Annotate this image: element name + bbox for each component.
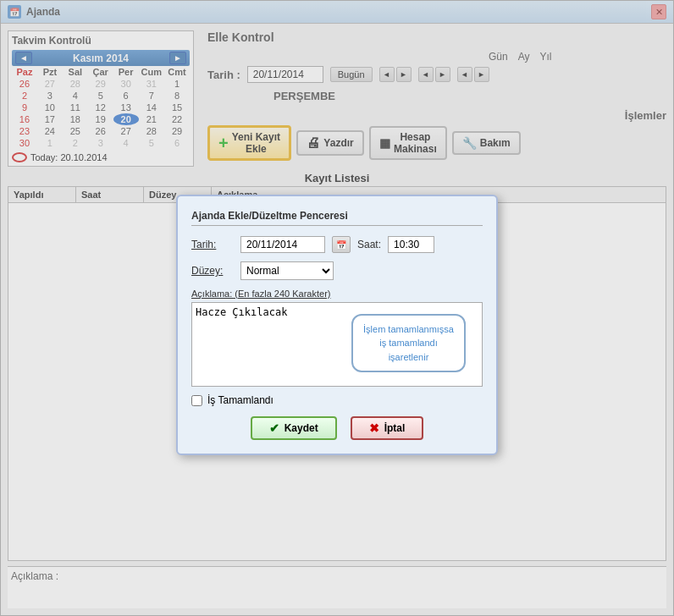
modal-saat-label: Saat: (357, 239, 381, 250)
modal-duzey-label: Düzey: (191, 265, 234, 277)
check-icon: ✔ (269, 421, 279, 435)
modal-saat-input[interactable] (388, 236, 434, 253)
iptal-button[interactable]: ✖ İptal (351, 416, 424, 440)
modal-calendar-icon[interactable]: 📅 (332, 236, 351, 253)
modal-duzey-select[interactable]: Normal Önemli Acil (240, 261, 334, 280)
modal-checkbox-row: İş Tamamlandı (191, 394, 483, 406)
kaydet-button[interactable]: ✔ Kaydet (251, 416, 337, 440)
modal-duzey-row: Düzey: Normal Önemli Acil (191, 261, 483, 280)
main-window: 📅 Ajanda ✕ Takvim Kontrolü ◄ Kasım 2014 … (0, 0, 674, 616)
x-red-icon: ✖ (369, 421, 379, 435)
is-tamamlandi-label: İş Tamamlandı (207, 394, 273, 406)
kaydet-label: Kaydet (285, 422, 318, 434)
modal-aciklama-textarea[interactable]: Hacze Çıkılacak (191, 302, 483, 387)
modal-tarih-input[interactable] (240, 236, 325, 253)
modal-buttons-row: ✔ Kaydet ✖ İptal (191, 416, 483, 440)
modal-tarih-row: Tarih: 📅 Saat: (191, 236, 483, 253)
modal-aciklama-label: Açıklama: (En fazla 240 Karakter) (191, 289, 483, 299)
modal-dialog: Ajanda Ekle/Düzeltme Penceresi Tarih: 📅 … (176, 195, 498, 455)
is-tamamlandi-checkbox[interactable] (191, 395, 202, 406)
modal-title: Ajanda Ekle/Düzeltme Penceresi (191, 210, 483, 226)
modal-textarea-wrapper: Hacze Çıkılacak İşlem tamamlanmışsaiş ta… (191, 302, 483, 389)
iptal-label: İptal (384, 422, 406, 434)
aciklama-underline-label: Açıklama: (En fazla 240 Karakter) (191, 289, 330, 299)
modal-tarih-label: Tarih: (191, 239, 234, 250)
modal-overlay: Ajanda Ekle/Düzeltme Penceresi Tarih: 📅 … (0, 0, 674, 616)
